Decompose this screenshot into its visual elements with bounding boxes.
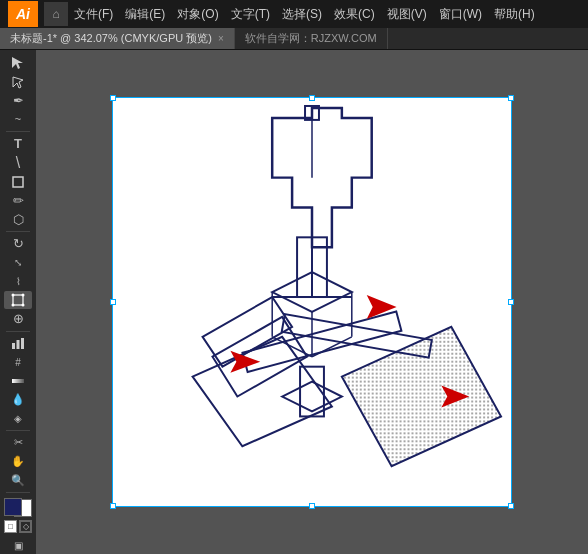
left-toolbar: ✒ ~ T \ ✏ ⬡ ↻ ⤡ ⌇ ⊕ # 💧 ◈ ✂ ✋ 🔍 [0, 50, 36, 554]
canvas-area[interactable] [36, 50, 588, 554]
zoom-tool[interactable]: 🔍 [4, 472, 32, 490]
paintbrush-tool[interactable]: ✏ [4, 191, 32, 209]
menu-effect[interactable]: 效果(C) [334, 6, 375, 23]
ai-logo: Ai [8, 1, 38, 27]
menu-edit[interactable]: 编辑(E) [125, 6, 165, 23]
color-swatches[interactable] [4, 498, 32, 517]
separator-5 [6, 492, 30, 493]
mesh-tool[interactable]: # [4, 353, 32, 371]
scale-tool[interactable]: ⤡ [4, 254, 32, 272]
rotate-tool[interactable]: ↻ [4, 235, 32, 253]
home-icon: ⌂ [52, 7, 59, 21]
selection-tool[interactable] [4, 54, 32, 72]
menu-view[interactable]: 视图(V) [387, 6, 427, 23]
main-layout: ✒ ~ T \ ✏ ⬡ ↻ ⤡ ⌇ ⊕ # 💧 ◈ ✂ ✋ 🔍 [0, 50, 588, 554]
shape-tool[interactable] [4, 173, 32, 191]
svg-rect-8 [21, 338, 24, 349]
tab-bar: 未标题-1* @ 342.07% (CMYK/GPU 预览) × 软件自学网：R… [0, 28, 588, 50]
artboard-container [102, 87, 522, 517]
warp-tool[interactable]: ⌇ [4, 272, 32, 290]
artboard [112, 97, 512, 507]
change-screen-mode[interactable]: ▣ [4, 536, 32, 554]
svg-rect-0 [13, 177, 23, 187]
menu-window[interactable]: 窗口(W) [439, 6, 482, 23]
eyedropper-tool[interactable]: 💧 [4, 391, 32, 409]
scissors-tool[interactable]: ✂ [4, 434, 32, 452]
active-tab[interactable]: 未标题-1* @ 342.07% (CMYK/GPU 预览) × [0, 28, 235, 49]
svg-point-2 [12, 294, 15, 297]
separator-1 [6, 131, 30, 132]
drawing-svg [113, 98, 511, 506]
secondary-tab[interactable]: 软件自学网：RJZXW.COM [235, 28, 388, 49]
svg-rect-9 [12, 379, 24, 383]
menu-help[interactable]: 帮助(H) [494, 6, 535, 23]
secondary-tab-label: 软件自学网：RJZXW.COM [245, 31, 377, 46]
separator-2 [6, 231, 30, 232]
title-bar: Ai ⌂ 文件(F) 编辑(E) 对象(O) 文字(T) 选择(S) 效果(C)… [0, 0, 588, 28]
menu-bar: 文件(F) 编辑(E) 对象(O) 文字(T) 选择(S) 效果(C) 视图(V… [74, 6, 580, 23]
svg-rect-6 [12, 343, 15, 349]
svg-marker-11 [342, 327, 501, 466]
home-button[interactable]: ⌂ [44, 2, 68, 26]
menu-type[interactable]: 文字(T) [231, 6, 270, 23]
fill-stroke-toggle[interactable]: □ ◇ [4, 520, 32, 533]
tab-close-button[interactable]: × [218, 33, 224, 44]
column-graph-tool[interactable] [4, 334, 32, 352]
separator-3 [6, 331, 30, 332]
curvature-tool[interactable]: ~ [4, 110, 32, 128]
svg-marker-13 [203, 297, 293, 367]
blend-tool[interactable]: ◈ [4, 410, 32, 428]
symbol-sprayer-tool[interactable]: ⊕ [4, 310, 32, 328]
svg-point-4 [12, 304, 15, 307]
svg-point-5 [22, 304, 25, 307]
menu-select[interactable]: 选择(S) [282, 6, 322, 23]
pen-tool[interactable]: ✒ [4, 92, 32, 110]
hand-tool[interactable]: ✋ [4, 453, 32, 471]
active-tab-label: 未标题-1* @ 342.07% (CMYK/GPU 预览) [10, 31, 212, 46]
menu-object[interactable]: 对象(O) [177, 6, 218, 23]
direct-selection-tool[interactable] [4, 73, 32, 91]
free-transform-tool[interactable] [4, 291, 32, 309]
svg-marker-14 [213, 317, 308, 397]
separator-4 [6, 430, 30, 431]
line-tool[interactable]: \ [4, 154, 32, 172]
type-tool[interactable]: T [4, 135, 32, 153]
menu-file[interactable]: 文件(F) [74, 6, 113, 23]
svg-rect-7 [17, 340, 20, 349]
svg-rect-1 [13, 295, 23, 305]
svg-point-3 [22, 294, 25, 297]
gradient-tool[interactable] [4, 372, 32, 390]
blob-brush-tool[interactable]: ⬡ [4, 210, 32, 228]
